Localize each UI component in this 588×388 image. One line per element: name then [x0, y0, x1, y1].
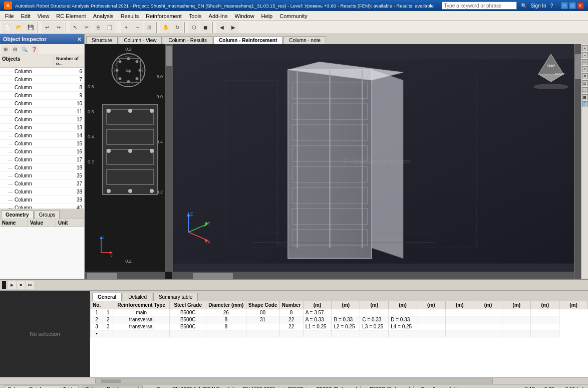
help-icon[interactable]: ? — [550, 3, 553, 9]
insp-btn-1[interactable]: ⊞ — [1, 45, 10, 54]
menu-window[interactable]: Window — [231, 13, 257, 20]
insp-btn-4[interactable]: ❓ — [30, 45, 39, 54]
menu-addins[interactable]: Add-Ins — [206, 13, 231, 20]
tab-column-results[interactable]: Column - Results — [163, 36, 212, 44]
menu-tools[interactable]: Tools — [186, 13, 205, 20]
rt-btn-3[interactable]: ⊡ — [582, 59, 588, 65]
rt-btn-1[interactable]: + — [582, 45, 588, 51]
svg-text:X: X — [207, 239, 211, 245]
object-list-item[interactable]: — Column 35 — [0, 172, 84, 180]
object-list-item[interactable]: — Column 12 — [0, 116, 84, 124]
zoom-all-button[interactable]: ⊡ — [144, 22, 155, 33]
copy-button[interactable]: ⎘ — [93, 22, 104, 33]
play-btn[interactable]: ▶ — [8, 281, 16, 289]
minimize-button[interactable]: ─ — [561, 2, 568, 9]
menu-file[interactable]: File — [2, 13, 17, 20]
close-button[interactable]: ✕ — [577, 2, 584, 9]
object-list-item[interactable]: — Column 9 — [0, 92, 84, 100]
object-list-item[interactable]: — Column 17 — [0, 156, 84, 164]
maximize-button[interactable]: □ — [569, 2, 576, 9]
object-list-item[interactable]: — Column 18 — [0, 164, 84, 172]
object-list-item[interactable]: — Column 16 — [0, 148, 84, 156]
menu-edit[interactable]: Edit — [18, 13, 34, 20]
object-list-item[interactable]: — Column 39 — [0, 196, 84, 204]
large-view-vscroll[interactable] — [574, 44, 581, 279]
rt-btn-7[interactable]: ⬚ — [582, 87, 588, 93]
object-list-item[interactable]: — Column 8 — [0, 84, 84, 92]
open-button[interactable]: 📂 — [14, 22, 25, 33]
object-list-item[interactable]: — Column 15 — [0, 140, 84, 148]
rotate-button[interactable]: ↻ — [172, 22, 183, 33]
menu-reinforcement[interactable]: Reinforcement — [143, 13, 185, 20]
undo-button[interactable]: ↩ — [42, 22, 53, 33]
large-view-hscroll[interactable] — [173, 272, 574, 279]
zoom-in-button[interactable]: + — [121, 22, 132, 33]
wireframe-button[interactable]: ⬡ — [188, 22, 199, 33]
results-table-container[interactable]: No. Reinforcement Type Steel Grade Diame… — [90, 301, 588, 377]
object-list-item[interactable]: — Column 40 — [0, 204, 84, 209]
bottom-hscroll[interactable] — [0, 377, 588, 384]
tab-col-reinf-table[interactable]: Column - Reinforcement Table — [4, 385, 79, 388]
table-row[interactable]: 11mainB500C26008A = 3.57 — [91, 309, 588, 316]
objects-list[interactable]: — Column 6 — Column 7 — Column 8 — Colum… — [0, 68, 84, 209]
object-list-item[interactable]: — Column 37 — [0, 180, 84, 188]
svg-text:RIGHT: RIGHT — [555, 73, 565, 76]
menu-rc-element[interactable]: RC Element — [53, 13, 89, 20]
rt-btn-8[interactable]: ▦ — [582, 94, 588, 100]
skip-btn[interactable]: ⏭ — [26, 281, 34, 289]
insp-btn-3[interactable]: 🔍 — [20, 45, 29, 54]
menu-help[interactable]: Help — [258, 13, 276, 20]
menu-results[interactable]: Results — [118, 13, 142, 20]
cut-button[interactable]: ✂ — [81, 22, 92, 33]
shaded-button[interactable]: ◼ — [200, 22, 211, 33]
table-row[interactable]: 33transversalB500C822L1 = 0.25L2 = 0.25L… — [91, 323, 588, 330]
object-list-item[interactable]: — Column 7 — [0, 76, 84, 84]
object-list-item[interactable]: — Column 6 — [0, 68, 84, 76]
rt-btn-9[interactable]: 🌐 — [582, 101, 588, 107]
rt-btn-6[interactable]: ◫ — [582, 80, 588, 86]
navicube[interactable]: TOP RIGHT — [531, 49, 571, 89]
small-view-hscroll[interactable] — [85, 272, 165, 279]
tab-col-reinf[interactable]: Column - Reinforcement — [82, 385, 143, 388]
paste-button[interactable]: 📋 — [104, 22, 115, 33]
insp-btn-2[interactable]: ⊟ — [11, 45, 20, 54]
small-view-vscroll[interactable] — [165, 44, 172, 272]
tab-structure[interactable]: Structure — [86, 36, 118, 44]
tab-summary[interactable]: Summary table — [153, 293, 198, 301]
tab-general[interactable]: General — [92, 293, 122, 301]
rt-btn-4[interactable]: ↩ — [582, 66, 588, 72]
zoom-out-button[interactable]: − — [132, 22, 143, 33]
tab-groups[interactable]: Groups — [35, 211, 60, 219]
menu-view[interactable]: View — [35, 13, 53, 20]
pan-button[interactable]: ✋ — [160, 22, 171, 33]
title-search-input[interactable] — [442, 2, 517, 10]
tab-column-note[interactable]: Column - note — [283, 36, 326, 44]
table-row[interactable]: 22transversalB500C83122A = 0.33B = 0.33C… — [91, 316, 588, 323]
table-row[interactable]: • — [91, 330, 588, 337]
redo-button[interactable]: ↪ — [53, 22, 64, 33]
menu-analysis[interactable]: Analysis — [90, 13, 117, 20]
inspector-close-icon[interactable]: ✕ — [77, 37, 81, 42]
new-button[interactable]: 📄 — [2, 22, 13, 33]
svg-text:Z: Z — [102, 236, 105, 240]
nav-back-button[interactable]: ◀ — [216, 22, 227, 33]
nav-fwd-button[interactable]: ▶ — [228, 22, 239, 33]
search-icon[interactable]: 🔍 — [521, 3, 527, 9]
tab-column-reinforcement[interactable]: Column - Reinforcement — [213, 36, 282, 44]
save-button[interactable]: 💾 — [25, 22, 36, 33]
object-list-item[interactable]: — Column 10 — [0, 100, 84, 108]
object-list-item[interactable]: — Column 14 — [0, 132, 84, 140]
rt-btn-5[interactable]: ⊕ — [582, 73, 588, 79]
stop-btn[interactable]: ■ — [17, 281, 25, 289]
object-list-item[interactable]: — Column 13 — [0, 124, 84, 132]
rt-btn-2[interactable]: − — [582, 52, 588, 58]
tab-detailed[interactable]: Detailed — [123, 293, 152, 301]
object-list-item[interactable]: — Column 38 — [0, 188, 84, 196]
menu-community[interactable]: Community — [276, 13, 311, 20]
svg-point-25 — [150, 189, 154, 193]
signin-button[interactable]: Sign In — [531, 3, 546, 9]
tab-column-view[interactable]: Column - View — [119, 36, 162, 44]
tab-geometry[interactable]: Geometry — [1, 211, 34, 219]
select-button[interactable]: ↖ — [70, 22, 81, 33]
object-list-item[interactable]: — Column 11 — [0, 108, 84, 116]
